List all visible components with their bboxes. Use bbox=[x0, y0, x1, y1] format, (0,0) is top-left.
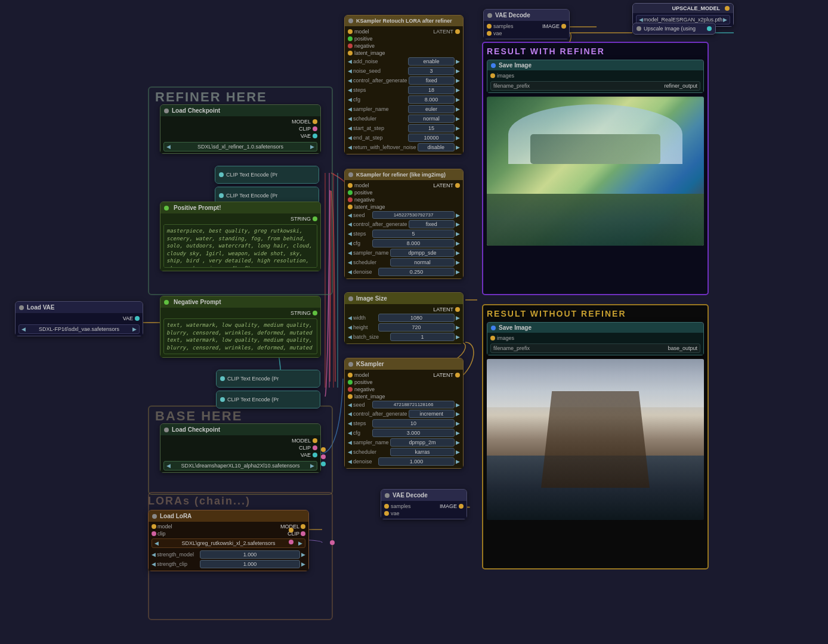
port-refiner-model bbox=[348, 183, 353, 188]
refiner-model-out-row: MODEL bbox=[163, 118, 317, 125]
refiner-positive-row: positive bbox=[348, 189, 460, 196]
end-step-label: end_at_step bbox=[353, 135, 407, 141]
base-model-label: model bbox=[354, 372, 369, 378]
connector-dot-base-clip bbox=[321, 454, 326, 459]
ksampler-refiner-title: KSampler for refiner (like img2img) bbox=[356, 172, 446, 178]
strength-model-row: ◀ strength_model 1.000 ▶ bbox=[152, 550, 305, 559]
start-step-val: 15 bbox=[408, 124, 455, 132]
clip-encode-3-node: CLIP Text Encode (Pr bbox=[216, 370, 320, 388]
negative-prompt-header: Negative Prompt bbox=[160, 296, 320, 308]
base-ckpt-arrow-right: ▶ bbox=[310, 463, 314, 469]
base-negative-label: negative bbox=[354, 386, 375, 392]
positive-string-label: STRING bbox=[163, 216, 311, 222]
port-lora-model-in bbox=[152, 524, 156, 529]
save-image-base-node: Save Image images filename_prefix base_o… bbox=[487, 322, 704, 355]
positive-prompt-node: Positive Prompt! STRING masterpiece, bes… bbox=[160, 202, 321, 271]
port-base-model bbox=[348, 373, 353, 377]
save-image-refiner-header: Save Image bbox=[487, 60, 703, 70]
base-sampler-label: sampler_name bbox=[353, 439, 389, 445]
port-lora-clip-out bbox=[301, 531, 305, 536]
vae-selector[interactable]: ◀ SDXL-FP16\sdxl_vae.safetensors ▶ bbox=[18, 324, 140, 334]
height-label: height bbox=[353, 324, 377, 330]
base-vae-out-row: VAE bbox=[163, 451, 317, 459]
width-row: ◀ width 1080 ▶ bbox=[348, 313, 460, 323]
batch-row: ◀ batch_size 1 ▶ bbox=[348, 332, 460, 342]
lora-model-in-label: model bbox=[157, 524, 172, 530]
port-refiner-vae-out bbox=[313, 134, 317, 138]
base-ckpt-selector[interactable]: ◀ SDXL\dreamshaperXL10_alpha2Xl10.safete… bbox=[163, 461, 317, 470]
ksampler-retouch-title: KSampler Retouch LORA after refiner bbox=[356, 18, 452, 24]
load-vae-header: Load VAE bbox=[16, 302, 143, 313]
base-ckpt-dot bbox=[164, 428, 169, 432]
upscale-model-title: UPSCALE_MODEL bbox=[637, 5, 720, 11]
ksampler-refiner-header: KSampler for refiner (like img2img) bbox=[345, 169, 463, 180]
port-base-clip-out bbox=[313, 445, 317, 450]
save-base-dot bbox=[491, 326, 496, 330]
refiner-denoise-val: 0.250 bbox=[378, 268, 455, 276]
return-noise-row: ◀ return_with_leftover_noise disable ▶ bbox=[348, 143, 460, 152]
scheduler-val: normal bbox=[408, 114, 455, 123]
strength-clip-val: 1.000 bbox=[200, 560, 300, 568]
lora-arrow-right: ▶ bbox=[298, 540, 302, 546]
vae-decode-top-title: VAE Decode bbox=[495, 12, 530, 18]
refiner-sampler-row: ◀ sampler_name dpmpp_sde ▶ bbox=[348, 248, 460, 258]
load-lora-header: Load LoRA bbox=[149, 510, 308, 522]
batch-label: batch_size bbox=[353, 334, 389, 340]
negative-string-label: STRING bbox=[163, 310, 311, 316]
base-sampler-row: ◀ sampler_name dpmpp_2m ▶ bbox=[348, 438, 460, 447]
port-image-out-top bbox=[561, 24, 566, 29]
base-ckpt-arrow-left: ◀ bbox=[166, 463, 171, 469]
base-model-out-label: MODEL bbox=[163, 438, 311, 444]
filename-prefix-label-refiner: filename_prefix bbox=[493, 83, 664, 89]
base-steps-val: 10 bbox=[372, 419, 455, 428]
lora-clip-in-label: clip bbox=[157, 531, 166, 537]
port-refiner-negative bbox=[348, 197, 353, 202]
refiner-latent-in-label: latent_image bbox=[354, 204, 385, 210]
base-seed-row: ◀ seed 472188721128166 ▶ bbox=[348, 400, 460, 409]
sampler-label: sampler_name bbox=[353, 106, 407, 112]
refiner-negative-label: negative bbox=[354, 197, 375, 203]
positive-text-area[interactable]: masterpiece, best quality, greg rutkowsk… bbox=[163, 224, 317, 268]
port-vae-samples bbox=[487, 24, 492, 29]
control-after-val: fixed bbox=[409, 76, 455, 85]
base-scheduler-label: scheduler bbox=[353, 449, 389, 455]
vae-in-label: vae bbox=[493, 30, 502, 36]
load-vae-node: Load VAE VAE ◀ SDXL-FP16\sdxl_vae.safete… bbox=[15, 301, 143, 336]
vae-decode-top-header: VAE Decode bbox=[484, 10, 569, 21]
clip-encode-3-label: CLIP Text Encode (Pr bbox=[227, 376, 279, 382]
vae-dot-bottom bbox=[385, 493, 390, 498]
image-size-node: Image Size LATENT ◀ width 1080 ▶ ◀ heigh… bbox=[344, 292, 464, 344]
ksampler-base-node: KSampler model LATENT positive negative … bbox=[344, 358, 464, 469]
vae-decode-bottom-header: VAE Decode bbox=[381, 490, 466, 501]
port-latent-in bbox=[348, 51, 353, 55]
upscale-model-name: model_RealESRGAN_x2plus.pth bbox=[643, 17, 723, 23]
base-negative-row: negative bbox=[348, 386, 460, 393]
positive-string-out-row: STRING bbox=[163, 215, 317, 222]
upscale-model-header: UPSCALE_MODEL bbox=[633, 4, 733, 13]
cfg-row: ◀ cfg 8.000 ▶ bbox=[348, 95, 460, 104]
negative-text-area[interactable]: text, watermark, low quality, medium qua… bbox=[163, 318, 317, 354]
clip2-dot bbox=[219, 193, 224, 198]
connector-dot-base-model bbox=[321, 447, 326, 452]
vae-out-port-label: VAE bbox=[18, 315, 133, 321]
negative-label: negative bbox=[354, 43, 375, 49]
port-model-row: model LATENT bbox=[348, 28, 460, 35]
port-base-latent-in bbox=[348, 394, 353, 399]
refiner-control-row: ◀ control_after_generate fixed ▶ bbox=[348, 219, 460, 229]
width-label: width bbox=[353, 315, 377, 321]
refiner-scheduler-val: normal bbox=[390, 258, 455, 267]
port-latent-row: latent_image bbox=[348, 49, 460, 57]
cfg-label: cfg bbox=[353, 97, 407, 103]
ksampler-retouch-header: KSampler Retouch LORA after refiner bbox=[345, 16, 463, 26]
save-refiner-dot bbox=[491, 63, 496, 68]
vae-out-row: VAE bbox=[18, 315, 140, 322]
load-vae-title: Load VAE bbox=[27, 304, 54, 311]
lora-name: SDXL\greg_rutkowski_xl_2.safetensors bbox=[159, 540, 298, 546]
image-size-header: Image Size bbox=[345, 293, 463, 304]
refiner-ckpt-selector[interactable]: ◀ SDXL\sd_xl_refiner_1.0.safetensors ▶ bbox=[163, 142, 317, 151]
refiner-checkpoint-title: Load Checkpoint bbox=[172, 107, 220, 114]
refiner-cfg-label: cfg bbox=[353, 240, 371, 246]
refiner-latent-in-row: latent_image bbox=[348, 203, 460, 210]
lora-selector[interactable]: ◀ SDXL\greg_rutkowski_xl_2.safetensors ▶ bbox=[152, 538, 305, 548]
base-denoise-row: ◀ denoise 1.000 ▶ bbox=[348, 457, 460, 466]
